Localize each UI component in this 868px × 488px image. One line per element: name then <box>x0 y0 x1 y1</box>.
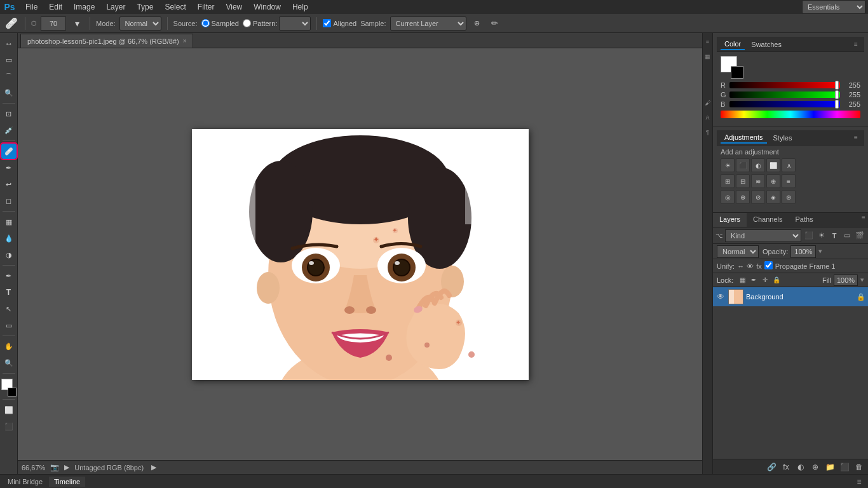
blur-tool[interactable]: 💧 <box>1 231 17 246</box>
tab-paths[interactable]: Paths <box>789 213 820 227</box>
brush-settings-icon[interactable]: ▾ <box>70 17 84 30</box>
tab-mini-bridge[interactable]: Mini Bridge <box>3 477 48 487</box>
layer-mask-icon[interactable]: ◐ <box>794 461 807 473</box>
screen-mode-tool[interactable]: ⬛ <box>1 419 17 434</box>
bw-icon[interactable]: ≋ <box>751 174 765 188</box>
shape-filter-icon[interactable]: ▭ <box>841 230 853 241</box>
hsl-icon[interactable]: ⊞ <box>721 174 735 188</box>
opacity-arrow[interactable]: ▾ <box>818 247 822 255</box>
canvas-scroll[interactable]: ✦ ✦ ✦ <box>18 48 702 460</box>
unify-style-icon[interactable]: fx <box>756 262 762 270</box>
mode-select[interactable]: Normal <box>119 17 161 30</box>
new-adjustment-icon[interactable]: ⊕ <box>809 461 822 473</box>
adj-panel-collapse[interactable]: ≡ <box>851 133 860 142</box>
lock-pixels-icon[interactable]: ✒ <box>749 275 759 285</box>
spectrum-bar[interactable] <box>721 111 860 118</box>
background-color-box[interactable] <box>731 66 743 79</box>
hand-tool[interactable]: ✋ <box>1 339 17 354</box>
menu-window[interactable]: Window <box>248 1 286 13</box>
marquee-tool[interactable]: ▭ <box>1 52 17 67</box>
opacity-input[interactable]: 100% <box>790 245 816 258</box>
panel-expand-icon[interactable]: ▦ <box>704 50 712 63</box>
text-tool[interactable]: T <box>1 285 17 300</box>
crop-tool[interactable]: ⊡ <box>1 106 17 121</box>
unify-position-icon[interactable]: ↔ <box>737 262 744 270</box>
exposure-icon[interactable]: ⬜ <box>766 158 780 172</box>
delete-layer-icon[interactable]: 🗑 <box>853 461 865 473</box>
lock-position-icon[interactable]: ✛ <box>760 275 770 285</box>
lock-all-icon[interactable]: 🔒 <box>771 275 782 285</box>
green-slider[interactable] <box>729 92 840 98</box>
menu-edit[interactable]: Edit <box>44 1 67 13</box>
fill-input[interactable]: 100% <box>834 274 858 286</box>
status-play-icon[interactable]: ▶ <box>151 463 156 471</box>
selective-color-icon[interactable]: ◈ <box>766 190 780 204</box>
new-group-icon[interactable]: 📁 <box>824 461 836 473</box>
eraser-tool[interactable]: ◻ <box>1 193 17 208</box>
red-slider[interactable] <box>729 82 840 88</box>
status-info-icon[interactable]: 📷 <box>50 463 59 471</box>
tab-styles[interactable]: Styles <box>770 133 796 143</box>
brush-icon[interactable]: 🖌 <box>704 97 712 109</box>
lock-transparency-icon[interactable]: ▦ <box>737 275 747 285</box>
ai-icon[interactable]: A <box>704 111 712 124</box>
pen-tool[interactable]: ✒ <box>1 268 17 283</box>
vibrance-icon[interactable]: ∧ <box>782 158 796 172</box>
sample-select[interactable]: Current Layer <box>390 17 466 30</box>
history-brush-tool[interactable]: ↩ <box>1 177 17 192</box>
tab-channels[interactable]: Channels <box>747 213 789 227</box>
sample-all-layers-icon[interactable]: ⊕ <box>470 17 484 30</box>
essentials-select[interactable]: Essentials <box>802 0 865 14</box>
tab-color[interactable]: Color <box>721 39 745 50</box>
kind-filter-select[interactable]: Kind <box>725 229 801 242</box>
menu-image[interactable]: Image <box>69 1 100 13</box>
tab-adjustments[interactable]: Adjustments <box>721 132 767 144</box>
blue-thumb[interactable] <box>835 100 839 109</box>
gradient-map-icon[interactable]: ⊛ <box>782 190 796 204</box>
propagate-checkbox[interactable] <box>764 261 773 271</box>
tab-timeline[interactable]: Timeline <box>49 477 85 487</box>
healing-overlay-icon[interactable]: ✏ <box>488 17 502 30</box>
layer-eye-icon[interactable]: 👁 <box>715 292 726 302</box>
link-layers-icon[interactable]: 🔗 <box>765 461 778 473</box>
lasso-tool[interactable]: ⌒ <box>1 69 17 84</box>
bottom-panel-menu-icon[interactable]: ≡ <box>853 475 865 488</box>
menu-file[interactable]: File <box>20 1 43 13</box>
layer-mode-select[interactable]: Normal <box>717 245 759 258</box>
channel-mixer-icon[interactable]: ≡ <box>782 174 796 188</box>
shape-tool[interactable]: ▭ <box>1 318 17 333</box>
color-balance-icon[interactable]: ⊟ <box>736 174 750 188</box>
posterize-icon[interactable]: ⊕ <box>736 190 750 204</box>
curves-icon[interactable]: ◐ <box>751 158 765 172</box>
background-color[interactable] <box>8 388 17 396</box>
move-tool[interactable]: ↔ <box>1 36 17 51</box>
menu-filter[interactable]: Filter <box>193 1 220 13</box>
canvas-tab[interactable]: photoshop-lesson5-pic1.jpeg @ 66,7% (RGB… <box>20 34 193 48</box>
paragraph-icon[interactable]: ¶ <box>704 126 712 139</box>
type-filter-icon[interactable]: T <box>829 230 840 241</box>
tab-swatches[interactable]: Swatches <box>747 39 785 50</box>
pattern-select[interactable] <box>279 17 311 30</box>
menu-select[interactable]: Select <box>159 1 191 13</box>
blue-slider[interactable] <box>729 101 840 107</box>
menu-help[interactable]: Help <box>287 1 313 13</box>
quick-mask-tool[interactable]: ⬜ <box>1 402 17 417</box>
zoom-tool[interactable]: 🔍 <box>1 355 17 370</box>
layer-fx-icon[interactable]: fx <box>780 461 792 473</box>
levels-icon[interactable]: ⬛ <box>736 158 750 172</box>
brightness-contrast-icon[interactable]: ☀ <box>721 158 735 172</box>
aligned-checkbox[interactable]: Aligned <box>323 19 356 27</box>
path-selection-tool[interactable]: ↖ <box>1 301 17 316</box>
unify-visibility-icon[interactable]: 👁 <box>747 262 754 270</box>
layers-panel-collapse[interactable]: ≡ <box>859 213 868 222</box>
fill-arrow[interactable]: ▾ <box>860 276 864 284</box>
healing-brush-tool[interactable]: 🩹 <box>1 144 17 159</box>
gradient-tool[interactable]: ▦ <box>1 214 17 229</box>
smart-filter-icon[interactable]: 🎬 <box>854 230 865 241</box>
red-thumb[interactable] <box>835 81 839 90</box>
green-thumb[interactable] <box>835 90 839 99</box>
close-tab-button[interactable]: × <box>183 37 187 44</box>
pattern-radio[interactable]: Pattern: <box>243 17 311 30</box>
color-swatches[interactable] <box>0 379 18 396</box>
panel-collapse-icon[interactable]: ≡ <box>704 36 712 48</box>
